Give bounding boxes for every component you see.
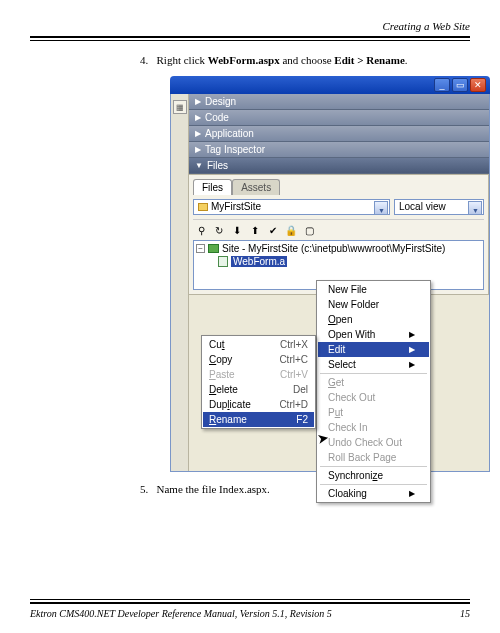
step-4-text-c: and choose — [280, 54, 335, 66]
files-tabs: Files Assets — [193, 179, 484, 195]
menu-cloaking[interactable]: Cloaking▶ — [318, 486, 429, 501]
expand-icon: ▶ — [195, 129, 201, 138]
tree-root-label: Site - MyFirstSite (c:\inetpub\wwwroot\M… — [222, 243, 445, 254]
expand-icon: ▶ — [195, 113, 201, 122]
step-4-text-e: . — [405, 54, 408, 66]
view-dropdown[interactable]: Local view ▼ — [394, 199, 484, 215]
header-rule-thick — [30, 36, 470, 38]
menu-check-in: Check In — [318, 420, 429, 435]
window-titlebar: _ ▭ ✕ — [170, 76, 490, 94]
menu-check-out: Check Out — [318, 390, 429, 405]
expand-icon: ▶ — [195, 145, 201, 154]
site-dropdown-value: MyFirstSite — [211, 200, 261, 214]
page-header-title: Creating a Web Site — [30, 20, 470, 32]
menu-new-file[interactable]: New File — [318, 282, 429, 297]
edit-submenu-delete[interactable]: DeleteDel — [203, 382, 314, 397]
lock-icon[interactable]: 🔒 — [283, 222, 299, 238]
edit-submenu: CutCtrl+XCopyCtrl+CPasteCtrl+VDeleteDelD… — [201, 335, 316, 429]
chevron-down-icon: ▼ — [378, 204, 385, 215]
header-rule-thin — [30, 40, 470, 41]
panel-tag-inspector[interactable]: ▶Tag Inspector — [189, 142, 489, 158]
context-menu: New File New Folder Open Open With▶ Edit… — [316, 280, 431, 503]
checkout-icon[interactable]: ✔ — [265, 222, 281, 238]
menu-roll-back: Roll Back Page — [318, 450, 429, 465]
site-folder-icon — [208, 244, 219, 253]
files-panel-body: Files Assets MyFirstSite ▼ Local view ▼ — [189, 174, 489, 295]
panel-design-label: Design — [205, 96, 236, 107]
minimize-button[interactable]: _ — [434, 78, 450, 92]
chevron-down-icon: ▼ — [472, 204, 479, 215]
edit-submenu-duplicate[interactable]: DuplicateCtrl+D — [203, 397, 314, 412]
left-rail: ▦ — [171, 94, 189, 471]
expand-icon[interactable]: ▢ — [301, 222, 317, 238]
menu-synchronize[interactable]: Synchronize — [318, 468, 429, 483]
panel-files-label: Files — [207, 160, 228, 171]
folder-icon — [198, 203, 208, 211]
step-4-text-a: Right click — [157, 54, 208, 66]
close-button[interactable]: ✕ — [470, 78, 486, 92]
expand-icon: ▶ — [195, 97, 201, 106]
page-footer: Ektron CMS400.NET Developer Reference Ma… — [30, 599, 470, 619]
step-4-bold-menu: Edit > Rename — [334, 54, 404, 66]
menu-select[interactable]: Select▶ — [318, 357, 429, 372]
step-4-bold-file: WebForm.aspx — [208, 54, 280, 66]
aspx-file-icon — [218, 256, 228, 267]
menu-put: Put — [318, 405, 429, 420]
edit-submenu-rename[interactable]: RenameF2 — [203, 412, 314, 427]
panel-code[interactable]: ▶Code — [189, 110, 489, 126]
get-icon[interactable]: ⬇ — [229, 222, 245, 238]
maximize-button[interactable]: ▭ — [452, 78, 468, 92]
panel-application[interactable]: ▶Application — [189, 126, 489, 142]
submenu-arrow-icon: ▶ — [409, 360, 415, 369]
menu-open[interactable]: Open — [318, 312, 429, 327]
submenu-arrow-icon: ▶ — [409, 345, 415, 354]
panel-application-label: Application — [205, 128, 254, 139]
refresh-icon[interactable]: ↻ — [211, 222, 227, 238]
menu-undo-check-out: Undo Check Out — [318, 435, 429, 450]
panel-design[interactable]: ▶Design — [189, 94, 489, 110]
tree-file[interactable]: WebForm.a — [218, 256, 481, 267]
menu-open-with[interactable]: Open With▶ — [318, 327, 429, 342]
put-icon[interactable]: ⬆ — [247, 222, 263, 238]
rail-icon[interactable]: ▦ — [173, 100, 187, 114]
files-toolbar: ⚲ ↻ ⬇ ⬆ ✔ 🔒 ▢ — [193, 219, 484, 240]
footer-rule-thick — [30, 602, 470, 604]
footer-page-number: 15 — [460, 608, 470, 619]
step-5-number: 5. — [140, 483, 148, 495]
connect-icon[interactable]: ⚲ — [193, 222, 209, 238]
step-4-number: 4. — [140, 54, 148, 66]
menu-new-folder[interactable]: New Folder — [318, 297, 429, 312]
site-dropdown[interactable]: MyFirstSite ▼ — [193, 199, 390, 215]
submenu-arrow-icon: ▶ — [409, 330, 415, 339]
edit-submenu-cut[interactable]: CutCtrl+X — [203, 337, 314, 352]
edit-submenu-copy[interactable]: CopyCtrl+C — [203, 352, 314, 367]
edit-submenu-paste: PasteCtrl+V — [203, 367, 314, 382]
menu-edit[interactable]: Edit▶ — [318, 342, 429, 357]
panel-files[interactable]: ▼Files — [189, 158, 489, 174]
step-5-text: Name the file Index.aspx. — [157, 483, 270, 495]
tab-files[interactable]: Files — [193, 179, 232, 195]
panel-stack: ▶Design ▶Code ▶Application ▶Tag Inspecto… — [189, 94, 489, 295]
submenu-arrow-icon: ▶ — [409, 489, 415, 498]
footer-rule-thin — [30, 599, 470, 600]
tree-root[interactable]: − Site - MyFirstSite (c:\inetpub\wwwroot… — [196, 243, 481, 254]
panel-tag-inspector-label: Tag Inspector — [205, 144, 265, 155]
app-body: ▦ ▶Design ▶Code ▶Application ▶Tag Inspec… — [170, 94, 490, 472]
screenshot: _ ▭ ✕ ▦ ▶Design ▶Code ▶Application ▶Tag … — [170, 76, 490, 472]
menu-separator — [320, 466, 427, 467]
step-4: 4. Right click WebForm.aspx and choose E… — [140, 53, 470, 68]
tree-collapse-icon[interactable]: − — [196, 244, 205, 253]
tree-file-label: WebForm.a — [231, 256, 287, 267]
collapse-icon: ▼ — [195, 161, 203, 170]
panel-code-label: Code — [205, 112, 229, 123]
menu-separator — [320, 484, 427, 485]
menu-separator — [320, 373, 427, 374]
footer-text: Ektron CMS400.NET Developer Reference Ma… — [30, 608, 332, 619]
tab-assets[interactable]: Assets — [232, 179, 280, 195]
view-dropdown-value: Local view — [399, 200, 446, 214]
menu-get: Get — [318, 375, 429, 390]
